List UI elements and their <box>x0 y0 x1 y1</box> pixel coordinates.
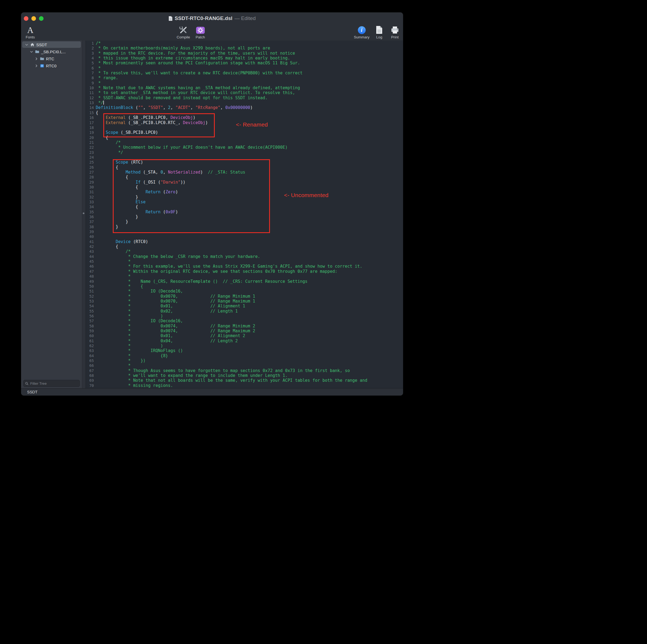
printer-icon <box>390 25 399 35</box>
code-line: 58 * 0x0074, // Range Minimum 2 <box>86 324 367 328</box>
code-line: 3 * mapped in the RTC device. For the ma… <box>86 51 367 56</box>
code-line: 45 * <box>86 259 367 264</box>
code-line: 27 Method (_STA, 0, NotSerialized) // _S… <box>86 170 367 175</box>
chevron-down-icon[interactable] <box>30 50 33 54</box>
sidebar-item-sbpci0l[interactable]: _SB.PCI0.L... <box>21 48 82 55</box>
line-number: 67 <box>86 368 94 373</box>
line-number: 69 <box>86 378 94 383</box>
fonts-label: Fonts <box>26 35 35 39</box>
line-number: 39 <box>86 229 94 234</box>
line-number: 62 <box>86 343 94 348</box>
patch-button[interactable]: Patch <box>195 25 206 39</box>
summary-button[interactable]: i Summary <box>354 25 369 39</box>
sidebar-tree: SSDT_SB.PCI0.L...RTCRTC0 <box>21 41 82 69</box>
line-number: 58 <box>86 324 94 328</box>
line-number: 14 <box>86 105 94 110</box>
code-line: 38 } <box>86 224 367 229</box>
line-number: 9 <box>86 81 94 85</box>
code-line: 66 * <box>86 363 367 368</box>
code-editor[interactable]: 1/*2 * On certain motherboards(mainly As… <box>86 41 403 389</box>
code-line: 42 { <box>86 244 367 249</box>
log-button[interactable]: Log <box>373 25 385 39</box>
code-line: 41 Device (RTC0) <box>86 239 367 244</box>
chevron-down-icon[interactable] <box>25 43 28 47</box>
info-icon: i <box>358 26 366 34</box>
line-number: 54 <box>86 304 94 309</box>
line-number: 7 <box>86 71 94 75</box>
code-line: 23 */ <box>86 150 367 155</box>
code-line: 8 * range. <box>86 75 367 80</box>
code-line: 25 Scope (RTC) <box>86 160 367 165</box>
line-number: 4 <box>86 56 94 61</box>
chevron-right-icon[interactable] <box>34 64 38 68</box>
code-line: 22 * Uncomment below if your ACPI doesn'… <box>86 145 367 150</box>
code-line: 46 * For this example, we'll use the Asu… <box>86 264 367 269</box>
code-line: 28 { <box>86 175 367 179</box>
code-line: 31 Return (Zero) <box>86 189 367 194</box>
line-number: 25 <box>86 160 94 165</box>
line-number: 61 <box>86 338 94 343</box>
line-number: 23 <box>86 150 94 155</box>
fonts-button[interactable]: A Fonts <box>24 25 36 39</box>
close-button[interactable] <box>24 16 28 21</box>
code-line: 6 * <box>86 66 367 71</box>
code-line: 34 { <box>86 205 367 209</box>
status-bar: SSDT <box>21 388 403 396</box>
minimize-button[interactable] <box>31 16 36 21</box>
content-area: SSDT_SB.PCI0.L...RTCRTC0 1/*2 * On certa… <box>21 41 403 389</box>
line-number: 27 <box>86 170 94 175</box>
sidebar-item-label: SSDT <box>36 43 47 47</box>
code-line: 37 } <box>86 219 367 224</box>
line-number: 24 <box>86 155 94 160</box>
code-area: 1/*2 * On certain motherboards(mainly As… <box>86 41 367 388</box>
code-line: 21 /* <box>86 140 367 145</box>
code-line: 54 * 0x01, // Alignment 1 <box>86 304 367 309</box>
code-line: 49 * Name (_CRS, ResourceTemplate () // … <box>86 279 367 284</box>
code-line: 64 * {8} <box>86 353 367 358</box>
code-line: 29 If (_OSI ("Darwin")) <box>86 180 367 185</box>
sidebar-item-rtc0[interactable]: RTC0 <box>21 62 82 69</box>
code-line: 26 { <box>86 165 367 170</box>
folder-icon <box>35 50 40 54</box>
code-line: 55 * 0x02, // Length 1 <box>86 309 367 314</box>
compile-button[interactable]: Compile <box>176 25 190 39</box>
line-number: 18 <box>86 125 94 130</box>
line-number: 15 <box>86 110 94 115</box>
code-line: 36 } <box>86 215 367 219</box>
code-line: 47 * Within the original RTC device, we … <box>86 269 367 274</box>
code-line: 35 Return (0x0F) <box>86 210 367 215</box>
chevron-right-icon[interactable] <box>34 57 38 61</box>
line-number: 33 <box>86 199 94 205</box>
code-line: 51 * IO (Decode16, <box>86 289 367 294</box>
line-number: 6 <box>86 66 94 71</box>
print-button[interactable]: Print <box>389 25 401 39</box>
sidebar-item-ssdt[interactable]: SSDT <box>21 41 82 48</box>
code-line: 30 { <box>86 185 367 189</box>
summary-label: Summary <box>354 35 369 39</box>
line-number: 17 <box>86 120 94 125</box>
line-number: 12 <box>86 95 94 100</box>
line-number: 16 <box>86 115 94 120</box>
line-number: 45 <box>86 259 94 264</box>
line-number: 41 <box>86 239 94 244</box>
sidebar-item-rtc[interactable]: RTC <box>21 55 82 62</box>
filter-field[interactable] <box>23 380 80 387</box>
split-divider[interactable] <box>82 41 86 389</box>
document-icon <box>40 64 44 68</box>
line-number: 2 <box>86 46 94 51</box>
home-icon <box>30 43 34 47</box>
code-line: 16 External (_SB_.PCI0.LPC0, DeviceObj) <box>86 115 367 120</box>
filter-input[interactable] <box>30 381 78 386</box>
line-number: 44 <box>86 254 94 259</box>
line-number: 42 <box>86 244 94 249</box>
code-line: 53 * 0x0070, // Range Maximum 1 <box>86 299 367 304</box>
print-label: Print <box>391 35 399 39</box>
zoom-button[interactable] <box>39 16 44 21</box>
line-number: 60 <box>86 333 94 338</box>
line-number: 50 <box>86 284 94 289</box>
code-line: 1/* <box>86 41 367 46</box>
line-number: 63 <box>86 348 94 353</box>
split-handle[interactable] <box>83 213 84 214</box>
line-number: 66 <box>86 363 94 368</box>
line-number: 34 <box>86 205 94 209</box>
